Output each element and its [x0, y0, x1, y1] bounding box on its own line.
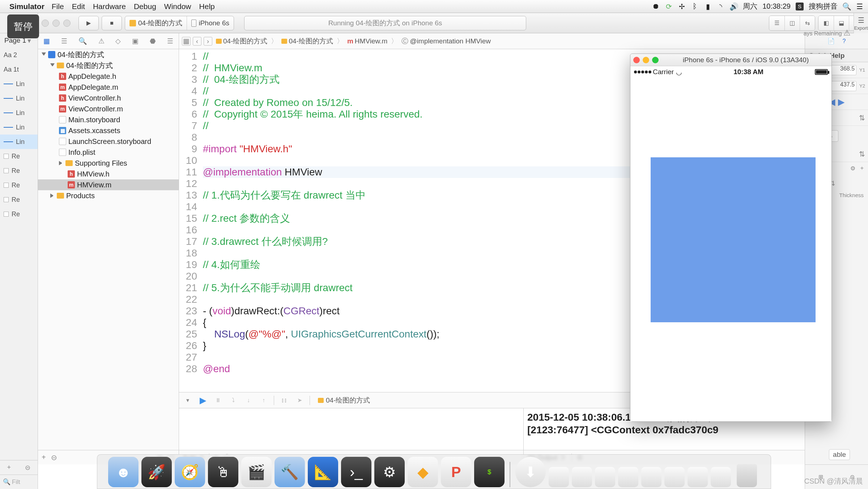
continue-button[interactable]: ▶ — [198, 395, 208, 405]
style-row[interactable]: Re — [12, 211, 20, 218]
tree-item[interactable]: ✎LaunchScreen.storyboard — [38, 136, 179, 147]
stop-button[interactable]: ■ — [102, 16, 122, 30]
step-over-button[interactable]: ⤵ — [228, 395, 238, 405]
ios-simulator-window[interactable]: iPhone 6s - iPhone 6s / iOS 9.0 (13A340)… — [630, 54, 832, 422]
step-out-button[interactable]: ↑ — [259, 395, 269, 405]
dock-minimized-window[interactable] — [711, 467, 731, 487]
dock-safari-icon[interactable]: 🧭 — [175, 457, 205, 487]
tree-item[interactable]: hHMView.h — [38, 169, 179, 179]
nav-right-icon[interactable]: ▶ — [838, 97, 844, 107]
hide-debug-icon[interactable]: ▾ — [183, 395, 193, 405]
menu-hardware[interactable]: Hardware — [93, 2, 126, 11]
dock-minimized-window[interactable] — [595, 467, 615, 487]
clock-time[interactable]: 10:38:29 — [762, 2, 791, 10]
gear-icon[interactable]: ⚙ — [850, 165, 855, 172]
step-into-button[interactable]: ↓ — [243, 395, 254, 405]
style-row[interactable]: Re — [12, 167, 20, 175]
clock-day[interactable]: 周六 — [743, 1, 757, 11]
back-button[interactable]: ‹ — [193, 37, 201, 46]
dock-media-app-icon[interactable]: 🎬 — [241, 457, 272, 487]
add-icon[interactable]: + — [860, 165, 864, 172]
dock-settings-icon[interactable]: ⚙ — [374, 457, 405, 487]
tree-item[interactable]: 04-绘图的方式 — [38, 49, 179, 60]
volume-icon[interactable]: 🔊 — [730, 3, 738, 10]
symbol-navigator-icon[interactable]: ☰ — [61, 37, 67, 45]
stepper-icon[interactable]: ⇅ — [859, 114, 865, 122]
test-navigator-icon[interactable]: ◇ — [115, 37, 121, 45]
file-navigator-icon[interactable]: ▦ — [43, 37, 50, 45]
dock-downloads-icon[interactable]: ⬇ — [515, 457, 546, 487]
ime-label[interactable]: 搜狗拼音 — [809, 1, 838, 11]
dock-minimized-window[interactable] — [549, 467, 569, 487]
style-row[interactable]: Aa 1t — [4, 66, 19, 73]
tree-item[interactable]: ✎Main.storyboard — [38, 114, 179, 125]
report-navigator-icon[interactable]: ☰ — [167, 37, 173, 45]
plus-icon[interactable]: ✢ — [678, 3, 686, 10]
file-inspector-icon[interactable]: 📄 — [827, 38, 835, 44]
simulator-titlebar[interactable]: iPhone 6s - iPhone 6s / iOS 9.0 (13A340) — [630, 54, 831, 66]
background-app-export[interactable]: ☰ Export — [854, 13, 868, 33]
scheme-selector[interactable]: 04-绘图的方式 iPhone 6s — [125, 16, 234, 30]
zoom-icon[interactable] — [652, 57, 659, 63]
dock-trash-icon[interactable] — [734, 457, 760, 487]
simulator-screen[interactable] — [630, 78, 831, 421]
issue-navigator-icon[interactable]: ⚠ — [98, 37, 105, 45]
debug-view-hierarchy-button[interactable]: ⫿⫿ — [279, 395, 289, 405]
dock-finder-icon[interactable]: ☻ — [108, 457, 139, 487]
dock-minimized-window[interactable] — [618, 467, 638, 487]
dock-minimized-window[interactable] — [572, 467, 592, 487]
dock-launchpad-icon[interactable]: 🚀 — [141, 457, 172, 487]
style-row[interactable]: Lin — [16, 95, 25, 102]
menu-window[interactable]: Window — [164, 2, 191, 11]
run-button[interactable]: ▶ — [78, 16, 99, 30]
notification-center-icon[interactable]: ☰ — [856, 3, 864, 10]
dock-terminal-icon[interactable]: ›_ — [341, 457, 371, 487]
dock-xcode-icon[interactable]: 🔨 — [275, 457, 305, 487]
dock-minimized-window[interactable] — [641, 467, 661, 487]
tree-item[interactable]: hAppDelegate.h — [38, 71, 179, 82]
dock-minimized-window[interactable] — [688, 467, 708, 487]
close-icon[interactable] — [633, 57, 640, 63]
sync-icon[interactable]: ⟳ — [665, 3, 673, 10]
jump-bar[interactable]: ▦ ‹ › 04-绘图的方式 〉 04-绘图的方式 〉 m HMView.m 〉… — [179, 33, 868, 49]
menu-help[interactable]: Help — [199, 2, 215, 11]
pause-debug-button[interactable]: ⏸ — [213, 395, 223, 405]
menu-debug[interactable]: Debug — [134, 2, 156, 11]
wifi-icon[interactable]: ◝ — [717, 3, 725, 10]
stepper-icon[interactable]: ⇅ — [859, 150, 865, 158]
debug-navigator-icon[interactable]: ▣ — [132, 37, 139, 45]
process-name-label[interactable]: 04-绘图的方式 — [326, 396, 370, 405]
search-navigator-icon[interactable]: 🔍 — [78, 37, 87, 45]
breakpoint-navigator-icon[interactable]: ⬣ — [150, 37, 156, 45]
record-icon[interactable]: ⏺ — [652, 3, 660, 10]
bluetooth-icon[interactable]: ᛒ — [691, 3, 699, 10]
battery-icon[interactable]: ▮ — [704, 3, 712, 10]
navigator-tabs[interactable]: ▦ ☰ 🔍 ⚠ ◇ ▣ ⬣ ☰ — [38, 33, 179, 49]
style-row[interactable]: Lin — [16, 80, 25, 88]
tree-item[interactable]: ☰Info.plist — [38, 147, 179, 158]
tree-item[interactable]: 04-绘图的方式 — [38, 60, 179, 71]
style-row[interactable]: Lin — [16, 138, 25, 146]
dock-p-app-icon[interactable]: P — [441, 457, 471, 487]
spotlight-icon[interactable]: 🔍 — [843, 3, 851, 10]
forward-button[interactable]: › — [204, 37, 212, 46]
tree-item[interactable]: hViewController.h — [38, 93, 179, 103]
dock-mouse-app-icon[interactable]: 🖱 — [208, 457, 238, 487]
tree-item[interactable]: mViewController.m — [38, 103, 179, 114]
tree-item[interactable]: Products — [38, 190, 179, 201]
simulate-location-button[interactable]: ➤ — [294, 395, 305, 405]
dock-minimized-window[interactable] — [664, 467, 685, 487]
value-y2[interactable]: 437.5 — [830, 81, 856, 91]
tree-item[interactable]: ▦Assets.xcassets — [38, 125, 179, 136]
style-row[interactable]: Re — [12, 182, 20, 189]
tree-item[interactable]: mHMView.m — [38, 179, 179, 190]
window-controls[interactable] — [42, 20, 71, 27]
style-row[interactable]: Aa 2 — [4, 51, 17, 59]
value-y1[interactable]: 368.5 — [830, 65, 856, 75]
dock-sketch-icon[interactable]: ◆ — [408, 457, 438, 487]
style-row[interactable]: Re — [12, 196, 20, 204]
minimize-icon[interactable] — [643, 57, 649, 63]
quick-help-inspector-icon[interactable]: ? — [843, 38, 846, 44]
dock-blueprint-icon[interactable]: 📐 — [308, 457, 338, 487]
menu-file[interactable]: File — [52, 2, 64, 11]
